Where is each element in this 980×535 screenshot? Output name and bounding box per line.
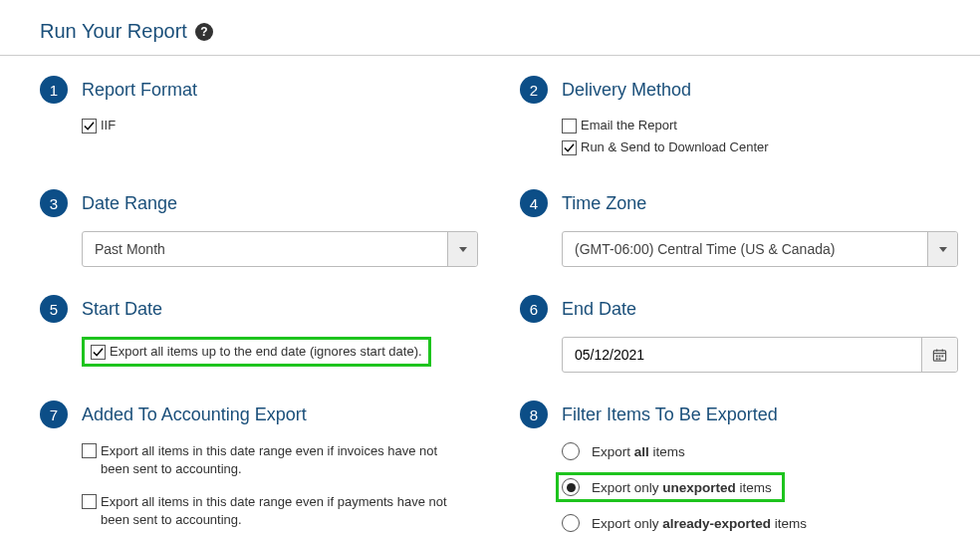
end-date-input-group (562, 337, 958, 373)
email-report-label: Email the Report (581, 118, 677, 133)
chevron-down-icon (927, 232, 957, 266)
export-unexported-radio[interactable] (562, 478, 580, 496)
step-badge: 8 (520, 401, 548, 428)
export-invoices-checkbox[interactable] (82, 443, 97, 458)
time-zone-value: (GMT-06:00) Central Time (US & Canada) (563, 232, 927, 266)
section-title: Delivery Method (562, 80, 691, 101)
section-start-date: 5 Start Date Export all items up to the … (40, 295, 490, 373)
start-date-highlight: Export all items up to the end date (ign… (82, 337, 431, 367)
export-already-exported-label: Export only already-exported items (592, 516, 807, 531)
svg-rect-4 (936, 355, 938, 357)
step-badge: 7 (40, 401, 68, 428)
end-date-input[interactable] (563, 338, 921, 372)
page-title-text: Run Your Report (40, 20, 187, 43)
svg-rect-8 (939, 358, 941, 360)
unexported-highlight: Export only unexported items (556, 472, 785, 502)
step-badge: 6 (520, 295, 548, 323)
page-title: Run Your Report ? (40, 20, 970, 43)
chevron-down-icon (447, 232, 477, 266)
date-range-value: Past Month (83, 232, 447, 266)
ignore-start-date-label: Export all items up to the end date (ign… (110, 344, 422, 359)
email-report-checkbox[interactable] (562, 119, 577, 134)
section-title: Time Zone (562, 193, 646, 214)
svg-rect-7 (936, 358, 938, 360)
export-already-exported-radio[interactable] (562, 514, 580, 532)
section-title: End Date (562, 299, 636, 320)
section-filter-items: 8 Filter Items To Be Exported Export all… (520, 401, 970, 535)
step-badge: 2 (520, 76, 548, 104)
iif-checkbox[interactable] (82, 119, 97, 134)
svg-rect-5 (939, 355, 941, 357)
download-center-checkbox[interactable] (562, 140, 577, 155)
step-badge: 1 (40, 76, 68, 104)
iif-label: IIF (101, 118, 116, 133)
export-invoices-label: Export all items in this date range even… (101, 442, 459, 477)
help-icon[interactable]: ? (195, 23, 213, 41)
calendar-icon[interactable] (921, 338, 957, 372)
ignore-start-date-checkbox[interactable] (91, 345, 106, 360)
section-end-date: 6 End Date (520, 295, 970, 373)
export-unexported-label: Export only unexported items (592, 480, 772, 495)
export-payments-checkbox[interactable] (82, 494, 97, 509)
export-all-radio[interactable] (562, 442, 580, 460)
time-zone-select[interactable]: (GMT-06:00) Central Time (US & Canada) (562, 231, 958, 267)
divider (0, 55, 980, 56)
step-badge: 5 (40, 295, 68, 323)
step-badge: 4 (520, 189, 548, 217)
section-title: Start Date (82, 299, 162, 320)
section-title: Filter Items To Be Exported (562, 404, 778, 425)
date-range-select[interactable]: Past Month (82, 231, 478, 267)
section-report-format: 1 Report Format IIF (40, 76, 490, 161)
export-all-label: Export all items (592, 444, 685, 459)
section-accounting-export: 7 Added To Accounting Export Export all … (40, 401, 490, 535)
download-center-label: Run & Send to Download Center (581, 139, 769, 154)
export-payments-label: Export all items in this date range even… (101, 493, 459, 528)
section-title: Added To Accounting Export (82, 404, 307, 425)
step-badge: 3 (40, 189, 68, 217)
section-date-range: 3 Date Range Past Month (40, 189, 490, 267)
section-title: Report Format (82, 80, 197, 101)
section-title: Date Range (82, 193, 177, 214)
svg-rect-6 (941, 355, 943, 357)
section-time-zone: 4 Time Zone (GMT-06:00) Central Time (US… (520, 189, 970, 267)
section-delivery-method: 2 Delivery Method Email the Report Run &… (520, 76, 970, 161)
form-grid: 1 Report Format IIF 2 Delivery Method Em… (40, 76, 970, 535)
